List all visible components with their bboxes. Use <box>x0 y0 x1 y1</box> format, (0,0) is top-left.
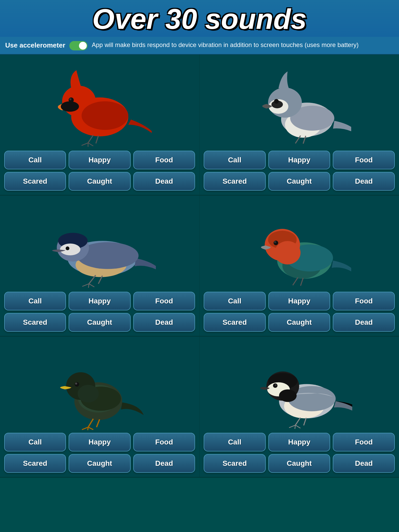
finch-buttons: Call Happy Food Scared Caught Dead <box>204 292 395 332</box>
accelerometer-description: App will make birds respond to device vi… <box>92 41 358 49</box>
titmouse-call-btn[interactable]: Call <box>204 151 266 169</box>
svg-point-4 <box>82 101 128 130</box>
titmouse-caught-btn[interactable]: Caught <box>268 172 330 191</box>
nuthatch-happy-btn[interactable]: Happy <box>69 292 130 310</box>
chickadee-dead-btn[interactable]: Dead <box>333 454 395 473</box>
titmouse-food-btn[interactable]: Food <box>333 151 395 169</box>
main-content: Call Happy Food Scared Caught Dead <box>0 55 399 478</box>
cardinal-buttons: Call Happy Food Scared Caught Dead <box>4 151 195 191</box>
accelerometer-bar: Use accelerometer App will make birds re… <box>0 37 399 55</box>
svg-line-31 <box>89 284 94 287</box>
cardinal-caught-btn[interactable]: Caught <box>69 172 130 191</box>
nuthatch-food-btn[interactable]: Food <box>133 292 195 310</box>
svg-point-17 <box>274 99 279 104</box>
accelerometer-toggle[interactable] <box>69 41 88 50</box>
chickadee-call-btn[interactable]: Call <box>204 433 266 451</box>
app-title: Over 30 sounds <box>5 5 394 33</box>
chickadee-scared-btn[interactable]: Scared <box>204 454 266 473</box>
svg-point-39 <box>274 241 276 243</box>
bird-image-starling <box>4 342 195 430</box>
bird-cell-finch: Call Happy Food Scared Caught Dead <box>200 196 399 337</box>
svg-line-69 <box>295 418 300 425</box>
bird-cell-starling: Call Happy Food Scared Caught Dead <box>0 337 200 478</box>
chickadee-caught-btn[interactable]: Caught <box>268 454 330 473</box>
svg-point-54 <box>75 383 77 385</box>
svg-line-73 <box>295 425 300 428</box>
svg-point-3 <box>69 98 71 100</box>
svg-point-52 <box>78 385 99 402</box>
titmouse-scared-btn[interactable]: Scared <box>204 172 266 191</box>
starling-caught-btn[interactable]: Caught <box>69 454 130 473</box>
nuthatch-caught-btn[interactable]: Caught <box>69 313 130 332</box>
bird-image-chickadee <box>204 342 395 430</box>
finch-call-btn[interactable]: Call <box>204 292 266 310</box>
svg-point-68 <box>275 384 277 386</box>
cardinal-scared-btn[interactable]: Scared <box>4 172 66 191</box>
svg-point-25 <box>60 244 80 255</box>
bird-image-nuthatch <box>4 201 195 289</box>
bird-cell-cardinal: Call Happy Food Scared Caught Dead <box>0 55 200 196</box>
svg-point-38 <box>274 241 278 245</box>
svg-line-7 <box>96 136 98 143</box>
svg-point-66 <box>279 389 297 402</box>
svg-line-6 <box>88 135 93 143</box>
svg-line-41 <box>301 278 303 286</box>
svg-line-71 <box>289 425 295 428</box>
svg-line-8 <box>82 143 88 145</box>
svg-point-53 <box>75 382 79 387</box>
chickadee-food-btn[interactable]: Food <box>333 433 395 451</box>
app-header: Over 30 sounds <box>0 0 399 37</box>
svg-point-37 <box>275 241 301 264</box>
starling-scared-btn[interactable]: Scared <box>4 454 66 473</box>
bird-cell-nuthatch: Call Happy Food Scared Caught Dead <box>0 196 200 337</box>
bird-image-cardinal <box>4 60 195 148</box>
birds-grid: Call Happy Food Scared Caught Dead <box>0 55 399 478</box>
titmouse-buttons: Call Happy Food Scared Caught Dead <box>204 151 395 191</box>
starling-buttons: Call Happy Food Scared Caught Dead <box>4 433 195 473</box>
svg-line-29 <box>82 284 89 286</box>
titmouse-dead-btn[interactable]: Dead <box>333 172 395 191</box>
cardinal-call-btn[interactable]: Call <box>4 151 66 169</box>
svg-line-56 <box>97 419 100 427</box>
accelerometer-label: Use accelerometer <box>5 41 65 49</box>
svg-line-70 <box>304 418 306 425</box>
starling-food-btn[interactable]: Food <box>133 433 195 451</box>
cardinal-dead-btn[interactable]: Dead <box>133 172 195 191</box>
finch-food-btn[interactable]: Food <box>333 292 395 310</box>
svg-point-5 <box>61 101 79 112</box>
nuthatch-call-btn[interactable]: Call <box>4 292 66 310</box>
finch-caught-btn[interactable]: Caught <box>268 313 330 332</box>
svg-line-27 <box>89 275 96 284</box>
bird-image-titmouse <box>204 60 395 148</box>
svg-line-59 <box>88 427 93 430</box>
svg-line-40 <box>293 277 298 285</box>
finch-scared-btn[interactable]: Scared <box>204 313 266 332</box>
finch-happy-btn[interactable]: Happy <box>268 292 330 310</box>
titmouse-happy-btn[interactable]: Happy <box>268 151 330 169</box>
cardinal-food-btn[interactable]: Food <box>133 151 195 169</box>
cardinal-happy-btn[interactable]: Happy <box>69 151 130 169</box>
svg-line-55 <box>88 419 93 427</box>
nuthatch-dead-btn[interactable]: Dead <box>133 313 195 332</box>
nuthatch-scared-btn[interactable]: Scared <box>4 313 66 332</box>
starling-call-btn[interactable]: Call <box>4 433 66 451</box>
starling-happy-btn[interactable]: Happy <box>69 433 130 451</box>
starling-dead-btn[interactable]: Dead <box>133 454 195 473</box>
chickadee-happy-btn[interactable]: Happy <box>268 433 330 451</box>
chickadee-buttons: Call Happy Food Scared Caught Dead <box>204 433 395 473</box>
svg-line-10 <box>88 143 93 146</box>
nuthatch-buttons: Call Happy Food Scared Caught Dead <box>4 292 195 332</box>
svg-line-72 <box>295 425 296 429</box>
svg-point-26 <box>65 247 69 250</box>
svg-line-57 <box>82 427 88 430</box>
svg-line-30 <box>88 284 89 288</box>
finch-dead-btn[interactable]: Dead <box>333 313 395 332</box>
bird-cell-titmouse: Call Happy Food Scared Caught Dead <box>200 55 399 196</box>
bird-image-finch <box>204 201 395 289</box>
bird-cell-chickadee: Call Happy Food Scared Caught Dead <box>200 337 399 478</box>
